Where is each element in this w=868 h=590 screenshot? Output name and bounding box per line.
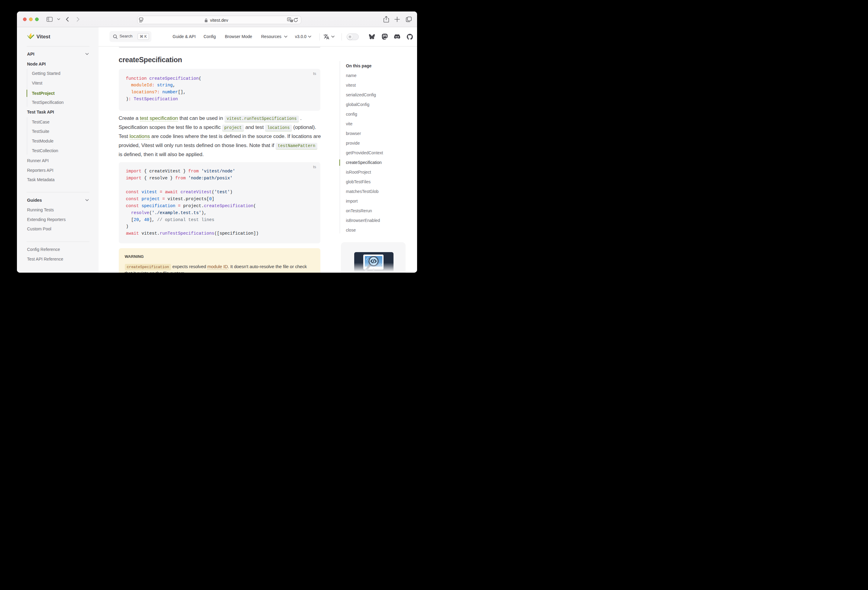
svg-text:A: A	[288, 18, 290, 21]
svg-text:文: 文	[290, 19, 292, 22]
